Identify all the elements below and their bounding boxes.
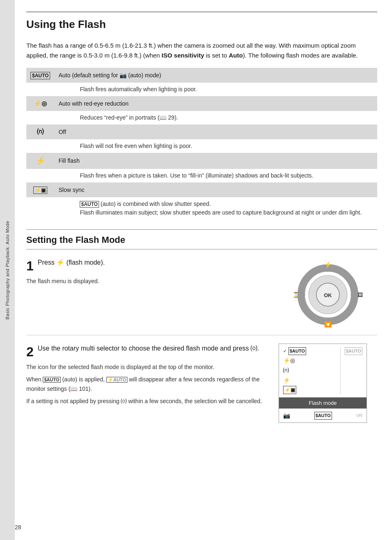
page-title: Using the Flash [26, 16, 377, 32]
svg-text:OK: OK [324, 292, 332, 298]
page-header: Using the Flash [26, 12, 377, 32]
step2-illustration: ✓ $AUTO ⚡◎ ⒩ ⚡ ⚡▣ $AUTO [279, 344, 377, 423]
flash-label-auto: Auto (default setting for 📷 (auto) mode) [54, 68, 377, 83]
step1-left: 1 Press ⚡ (flash mode). The flash menu i… [26, 258, 279, 328]
flash-label-fill: Fill flash [54, 153, 377, 169]
step2-left: 2 Use the rotary multi selector to choos… [26, 344, 279, 423]
svg-text:⌛: ⌛ [293, 291, 300, 298]
table-row: Reduces “red-eye” in portraits (📖 29). [26, 111, 377, 125]
table-row: $AUTO (auto) is combined with slow shutt… [26, 197, 377, 219]
svg-text:🔽: 🔽 [324, 321, 332, 328]
page-number: 28 [15, 523, 21, 532]
flash-desc-off: Flash will not fire even when lighting i… [54, 139, 377, 153]
table-row: Flash will not fire even when lighting i… [26, 139, 377, 153]
flash-desc-slowsync: $AUTO (auto) is combined with slow shutt… [54, 197, 377, 219]
step1-illustration: OK ⚡ 🔽 ⌛ 🖼 [279, 258, 377, 328]
step2-header: 2 Use the rotary multi selector to choos… [26, 344, 270, 358]
table-row: $AUTO Auto (default setting for 📷 (auto)… [26, 68, 377, 83]
step1-instruction: Press ⚡ (flash mode). [38, 258, 105, 268]
flash-label-redeye: Auto with red-eye reduction [54, 96, 377, 111]
step1-container: 1 Press ⚡ (flash mode). The flash menu i… [26, 258, 377, 335]
section-title: Setting the Flash Mode [26, 233, 377, 247]
flash-label-off: Off [54, 125, 377, 139]
flash-modes-table: $AUTO Auto (default setting for 📷 (auto)… [26, 68, 377, 219]
step1-number: 1 [26, 259, 34, 272]
step2-number: 2 [26, 345, 34, 358]
flash-icon-auto: $AUTO [26, 68, 54, 83]
table-row: ⚡▣ Slow sync [26, 182, 377, 197]
flash-mode-label: Flash mode [279, 397, 367, 409]
step2-instruction: Use the rotary multi selector to choose … [38, 344, 259, 353]
step2-desc1: The icon for the selected flash mode is … [26, 362, 270, 372]
flash-desc-redeye: Reduces “red-eye” in portraits (📖 29). [54, 111, 377, 125]
sidebar: Basic Photography and Playback: Auto Mod… [0, 0, 15, 540]
step1-description: The flash menu is displayed. [26, 277, 270, 286]
flash-label-slowsync: Slow sync [54, 182, 377, 197]
step1-header: 1 Press ⚡ (flash mode). [26, 258, 270, 272]
table-row: Flash fires when a picture is taken. Use… [26, 169, 377, 182]
table-row: ⚡◎ Auto with red-eye reduction [26, 96, 377, 111]
step2-container: 2 Use the rotary multi selector to choos… [26, 344, 377, 423]
dial-svg: OK ⚡ 🔽 ⌛ 🖼 [287, 258, 369, 328]
main-content: Using the Flash The flash has a range of… [15, 0, 392, 540]
step2-desc3: If a setting is not applied by pressing … [26, 397, 270, 406]
table-row: Flash fires automatically when lighting … [26, 83, 377, 96]
sidebar-label: Basic Photography and Playback: Auto Mod… [4, 221, 11, 320]
flash-icon-slowsync: ⚡▣ [26, 182, 54, 197]
flash-desc-auto: Flash fires automatically when lighting … [54, 83, 377, 96]
flash-icon-fill: ⚡ [26, 153, 54, 169]
svg-text:🖼: 🖼 [357, 292, 363, 298]
step2-desc2: When $AUTO (auto) is applied, ⚡AUTO will… [26, 375, 270, 393]
flash-desc-fill: Flash fires when a picture is taken. Use… [54, 169, 377, 182]
table-row: ⒩ Off [26, 125, 377, 139]
svg-text:⚡: ⚡ [324, 261, 332, 268]
flash-icon-redeye: ⚡◎ [26, 96, 54, 111]
intro-paragraph: The flash has a range of 0.5-6.5 m (1.6-… [26, 41, 377, 60]
section-header: Setting the Flash Mode [26, 229, 377, 249]
flash-icon-off: ⒩ [26, 125, 54, 139]
table-row: ⚡ Fill flash [26, 153, 377, 169]
